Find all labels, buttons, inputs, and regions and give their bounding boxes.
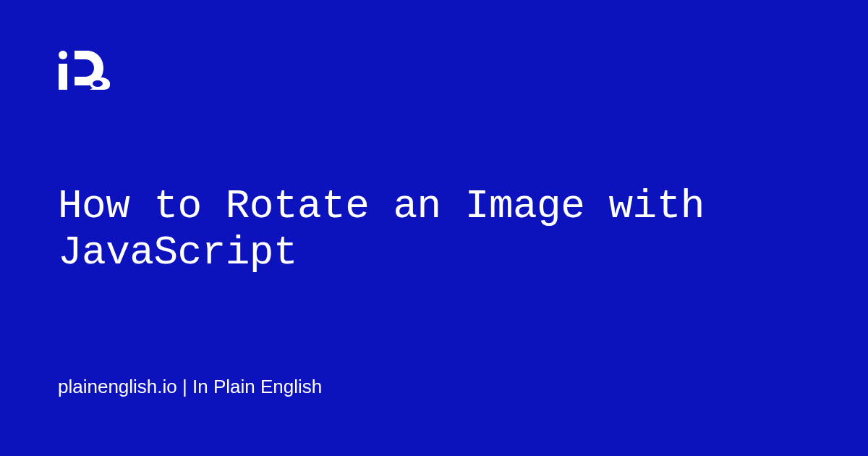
svg-point-3 — [93, 80, 103, 87]
logo-icon — [58, 51, 810, 93]
footer-text: plainenglish.io | In Plain English — [58, 376, 810, 405]
svg-point-0 — [59, 51, 67, 59]
svg-rect-1 — [59, 64, 67, 90]
page-title: How to Rotate an Image with JavaScript — [58, 183, 810, 276]
